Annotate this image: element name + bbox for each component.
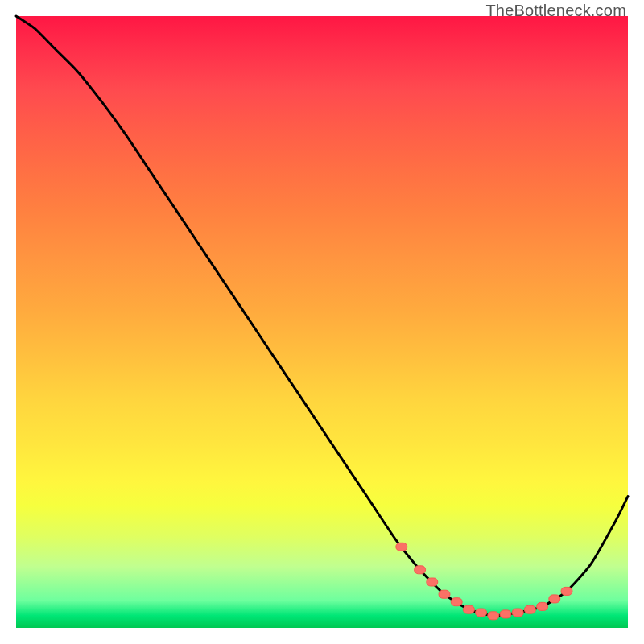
gradient-background [16, 16, 628, 628]
watermark-text: TheBottleneck.com [485, 2, 626, 20]
chart-container: TheBottleneck.com [0, 0, 644, 644]
